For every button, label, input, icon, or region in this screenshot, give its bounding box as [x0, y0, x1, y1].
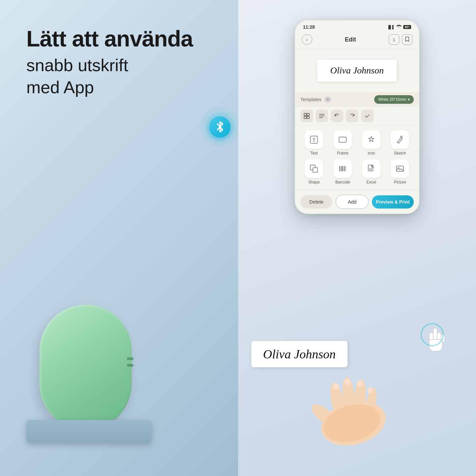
header-title: Edit: [345, 36, 356, 43]
svg-rect-12: [339, 137, 346, 142]
status-bar: 11:28 ▐▌▌ 98+: [295, 20, 419, 32]
cursor-ripple: [421, 323, 444, 346]
left-panel: Lätt att använda snabb utskrift med App: [0, 0, 238, 476]
tool-sketch[interactable]: Sketch: [388, 130, 412, 155]
tool-frame[interactable]: Frame: [330, 130, 355, 155]
templates-label: Templates: [300, 97, 322, 102]
tool-sketch-icon-box: [391, 130, 409, 149]
svg-text:T: T: [313, 138, 316, 143]
toolbar-redo-btn[interactable]: [346, 110, 358, 122]
headline: Lätt att använda: [26, 26, 218, 51]
toolbar-check-btn[interactable]: [361, 110, 374, 122]
header-actions: 1: [389, 34, 412, 45]
tool-frame-label: Frame: [337, 151, 349, 155]
bluetooth-area: [199, 105, 241, 148]
tool-shape-icon-box: [305, 159, 323, 178]
printed-label: Oliva Johnson: [251, 341, 348, 367]
svg-rect-14: [313, 168, 318, 172]
back-button[interactable]: ‹: [302, 34, 312, 45]
device-container: [26, 285, 152, 450]
wifi-icon: [396, 25, 402, 29]
tool-excel-icon-box: [362, 159, 380, 178]
tool-text-label: Text: [310, 151, 318, 155]
svg-rect-15: [339, 166, 340, 171]
back-icon: ‹: [306, 37, 308, 42]
svg-rect-16: [341, 166, 341, 171]
tape-selector-label: White 25*15mm: [378, 97, 406, 102]
templates-row: Templates White 25*15mm ▾: [295, 92, 419, 107]
tool-picture-icon-box: [391, 159, 409, 178]
svg-rect-19: [344, 166, 345, 171]
tape-selector-arrow: ▾: [408, 97, 410, 102]
tool-text-icon-box: T: [305, 130, 323, 149]
action-row: Delete Add Preview & Print: [295, 190, 419, 213]
status-icons: ▐▌▌ 98+: [387, 25, 411, 29]
svg-rect-17: [342, 166, 343, 171]
printer-device: [40, 305, 132, 430]
svg-rect-5: [304, 116, 306, 119]
device-platform: [26, 420, 152, 443]
phone-mockup: 11:28 ▐▌▌ 98+ ‹ Edit 1: [294, 20, 420, 214]
page-icon: 1: [393, 37, 395, 42]
tool-barcode-label: Barcode: [335, 180, 350, 184]
tool-icon-label: Icon: [368, 151, 375, 155]
tool-picture[interactable]: Picture: [388, 159, 412, 184]
label-preview-text: Oliva Johnson: [330, 65, 384, 75]
svg-rect-6: [307, 116, 309, 119]
templates-badge-icon[interactable]: [324, 96, 331, 103]
printed-label-text: Oliva Johnson: [263, 347, 336, 361]
svg-rect-20: [346, 166, 346, 171]
tool-barcode[interactable]: Barcode: [330, 159, 355, 184]
tools-grid: T Text Frame: [295, 125, 419, 190]
hand-svg: [294, 357, 400, 450]
signal-icon: ▐▌▌: [387, 25, 395, 29]
cursor-area: [424, 326, 447, 356]
label-preview-area: Oliva Johnson: [295, 49, 419, 92]
preview-print-button[interactable]: Preview & Print: [372, 195, 414, 209]
tool-frame-icon-box: [333, 130, 352, 149]
bookmark-button[interactable]: [402, 34, 412, 45]
tool-shape[interactable]: Shape: [302, 159, 326, 184]
tool-excel-label: Excel: [367, 180, 376, 184]
tool-excel[interactable]: Excel: [359, 159, 384, 184]
device-slot-1: [127, 357, 133, 360]
page-number-button[interactable]: 1: [389, 34, 399, 45]
delete-button[interactable]: Delete: [300, 195, 333, 209]
subheadline: snabb utskrift med App: [26, 54, 218, 99]
tool-icon[interactable]: Icon: [359, 130, 384, 155]
label-preview: Oliva Johnson: [317, 59, 397, 82]
svg-rect-4: [307, 113, 309, 116]
toolbar-align-btn[interactable]: [316, 110, 328, 122]
printed-label-area: Oliva Johnson: [251, 338, 390, 450]
add-button[interactable]: Add: [336, 195, 369, 209]
tool-picture-label: Picture: [394, 180, 406, 184]
tape-selector[interactable]: White 25*15mm ▾: [374, 95, 413, 104]
app-header: ‹ Edit 1: [295, 32, 419, 49]
toolbar-undo-btn[interactable]: [331, 110, 343, 122]
right-panel: 11:28 ▐▌▌ 98+ ‹ Edit 1: [238, 0, 476, 476]
battery-indicator: 98+: [403, 25, 411, 29]
tool-barcode-icon-box: [333, 159, 352, 178]
tool-sketch-label: Sketch: [394, 151, 406, 155]
svg-rect-18: [343, 166, 344, 171]
templates-left: Templates: [300, 96, 331, 103]
svg-rect-24: [396, 166, 404, 171]
device-slot-2: [127, 364, 133, 367]
app-toolbar: [295, 107, 419, 125]
bluetooth-icon: [209, 116, 231, 138]
tool-text[interactable]: T Text: [302, 130, 326, 155]
bookmark-icon: [405, 37, 409, 43]
tool-icon-icon-box: [362, 130, 380, 149]
status-time: 11:28: [303, 24, 315, 30]
svg-rect-3: [304, 113, 306, 116]
toolbar-grid-btn[interactable]: [300, 110, 313, 122]
tool-shape-label: Shape: [308, 180, 320, 184]
